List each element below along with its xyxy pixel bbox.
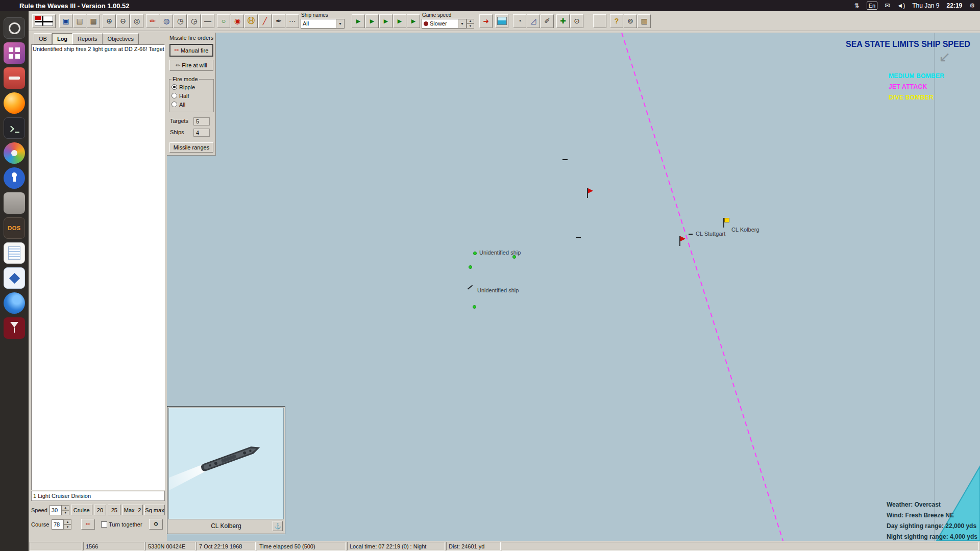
help-button[interactable]: ? xyxy=(610,14,623,28)
unidentified-ship-dot-4[interactable] xyxy=(473,305,476,309)
stopwatch-button[interactable]: ◔ xyxy=(513,14,526,28)
sea-state-button[interactable] xyxy=(495,14,508,28)
fleet-log-button[interactable]: ▤ xyxy=(73,14,86,28)
tactical-map[interactable]: SEA STATE LIMITS SHIP SPEED ↙ MEDIUM BOM… xyxy=(167,33,980,541)
manual-fire-button[interactable]: ✏ Manual fire xyxy=(169,44,213,57)
time-step-button-3[interactable]: ▶ xyxy=(379,14,393,28)
time-history-button[interactable]: ◶ xyxy=(187,14,201,28)
dock-item-dosbox[interactable]: DOS xyxy=(4,217,25,239)
protractor-button[interactable]: ◿ xyxy=(527,14,540,28)
plot-course-button[interactable]: ✏ xyxy=(81,519,95,530)
anchor-button[interactable]: ⚓ xyxy=(273,521,283,531)
speed-spinner[interactable]: 30 ▲ ▼ xyxy=(50,505,69,515)
flag-marker-kolberg[interactable] xyxy=(723,218,730,228)
cruise-speed-button[interactable]: Cruise xyxy=(71,505,92,515)
speed-25-button[interactable]: 25 xyxy=(108,505,120,515)
nation-flag-button[interactable] xyxy=(32,14,56,28)
dock-item-software-center[interactable] xyxy=(4,142,25,164)
inspect-button[interactable]: ⊚ xyxy=(624,14,637,28)
clock-button[interactable]: ◷ xyxy=(174,14,187,28)
max-minus-2-button[interactable]: Max -2 xyxy=(122,505,143,515)
targets-field[interactable]: 5 xyxy=(193,117,210,126)
fire-mode-ripple[interactable]: Ripple xyxy=(172,83,211,91)
log-entry[interactable]: Unidentified ship fires 2 light guns at … xyxy=(32,45,164,53)
division-settings-button[interactable]: ⚙ xyxy=(149,519,163,530)
spin-up-icon[interactable]: ▲ xyxy=(62,505,69,510)
volume-icon[interactable]: ◄) xyxy=(897,2,905,9)
dock-item-terminal[interactable] xyxy=(4,117,25,139)
signal-hold-button[interactable]: Ⓗ xyxy=(244,14,258,28)
save-game-button[interactable]: ▣ xyxy=(59,14,72,28)
range-line-button[interactable]: — xyxy=(201,14,214,28)
dotted-line-button[interactable]: ⋯ xyxy=(286,14,299,28)
zoom-out-button[interactable]: ⊖ xyxy=(116,14,130,28)
fire-mode-half[interactable]: Half xyxy=(172,91,211,100)
signal-green-button[interactable]: ○ xyxy=(217,14,230,28)
dock-item-keyring[interactable] xyxy=(4,167,25,189)
turn-together-checkbox[interactable] xyxy=(101,521,107,528)
plot-pen-button[interactable]: ✒ xyxy=(272,14,285,28)
unidentified-ship-dot-1[interactable] xyxy=(473,252,477,255)
session-gear-icon[interactable]: ⚙ xyxy=(969,2,975,9)
zoom-in-button[interactable]: ⊕ xyxy=(103,14,116,28)
formation-button[interactable]: ✚ xyxy=(556,14,570,28)
ship-marker-contact-1[interactable] xyxy=(562,159,568,160)
time-step-button-5[interactable]: ▶ xyxy=(407,14,420,28)
division-name[interactable]: 1 Light Cruiser Division xyxy=(33,493,91,499)
dock-item-files[interactable] xyxy=(4,192,25,214)
speed-value[interactable]: 30 xyxy=(50,505,62,515)
signal-red-button[interactable]: ◉ xyxy=(231,14,244,28)
dock-item-utility[interactable] xyxy=(4,17,25,39)
fire-at-will-button[interactable]: ✏ Fire at will xyxy=(169,60,213,71)
ship-names-dropdown[interactable]: All ▼ xyxy=(301,19,345,29)
network-arrows-icon[interactable]: ⇅ xyxy=(854,2,860,9)
course-value[interactable]: 78 xyxy=(52,519,64,530)
ships-field[interactable]: 4 xyxy=(193,129,210,137)
lookout-button[interactable]: ⊙ xyxy=(570,14,583,28)
spin-up-icon[interactable]: ▲ xyxy=(467,19,474,24)
dropdown-arrow-icon[interactable]: ▼ xyxy=(336,19,344,28)
zoom-default-button[interactable]: ◎ xyxy=(130,14,143,28)
dock-item-text-editor[interactable] xyxy=(4,242,25,264)
clock-time[interactable]: 22:19 xyxy=(947,2,963,9)
dock-item-wine[interactable] xyxy=(4,317,25,339)
ship-marker-contact-2[interactable] xyxy=(576,237,581,238)
flag-marker-red-2[interactable] xyxy=(679,236,687,246)
course-spinner[interactable]: 78 ▲ ▼ xyxy=(52,519,71,530)
tab-reports[interactable]: Reports xyxy=(72,33,103,44)
game-speed-dropdown[interactable]: Slower ▼ xyxy=(422,19,467,29)
keyboard-layout-indicator[interactable]: En xyxy=(867,2,877,10)
speed-20-button[interactable]: 20 xyxy=(94,505,107,515)
dock-item-workspaces[interactable] xyxy=(4,42,25,64)
tab-objectives[interactable]: Objectives xyxy=(103,33,139,44)
clock-date[interactable]: Thu Jan 9 xyxy=(912,2,939,9)
tab-ob[interactable]: OB xyxy=(34,33,52,44)
time-step-button-4[interactable]: ▶ xyxy=(393,14,406,28)
dividers-button[interactable]: ✐ xyxy=(541,14,554,28)
dock-item-media[interactable] xyxy=(4,67,25,89)
time-step-button-2[interactable]: ▶ xyxy=(365,14,379,28)
fire-mode-all[interactable]: All xyxy=(172,100,211,109)
print-button[interactable]: ▥ xyxy=(638,14,651,28)
spin-up-icon[interactable]: ▲ xyxy=(64,519,71,524)
dock-item-virtualbox[interactable] xyxy=(4,267,25,289)
time-step-button-1[interactable]: ▶ xyxy=(352,14,365,28)
missile-ranges-button[interactable]: Missile ranges xyxy=(169,142,213,153)
squadron-max-button[interactable]: Sq max xyxy=(144,505,165,515)
advance-turn-button[interactable]: ➜ xyxy=(479,14,493,28)
division-list[interactable]: 1 Light Cruiser Division xyxy=(31,491,165,501)
dropdown-arrow-icon[interactable]: ▼ xyxy=(458,19,466,28)
dock-item-browser[interactable] xyxy=(4,292,25,314)
tab-log[interactable]: Log xyxy=(52,33,72,44)
bearing-line-button[interactable]: ╱ xyxy=(258,14,272,28)
unidentified-ship-dot-3[interactable] xyxy=(469,265,472,269)
spin-down-icon[interactable]: ▼ xyxy=(62,510,69,515)
map-view-button[interactable]: ◍ xyxy=(160,14,173,28)
spin-down-icon[interactable]: ▼ xyxy=(467,23,474,29)
flag-marker-red-1[interactable] xyxy=(587,188,594,198)
calculator-button[interactable]: ▦ xyxy=(87,14,100,28)
mail-icon[interactable]: ✉ xyxy=(885,2,890,9)
ship-marker-stuttgart[interactable] xyxy=(689,234,693,235)
spin-down-icon[interactable]: ▼ xyxy=(64,524,71,530)
unidentified-ship-dot-2[interactable] xyxy=(512,255,516,259)
